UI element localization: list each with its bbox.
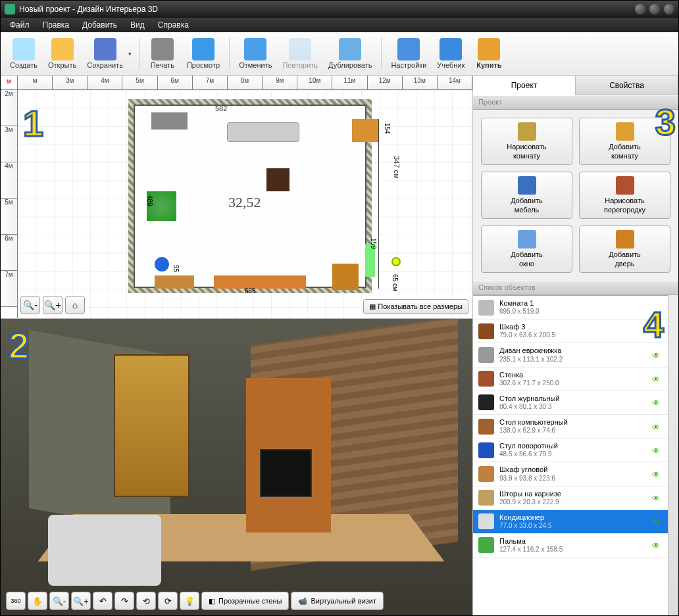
visibility-icon[interactable]: 👁 [652,423,663,431]
redo-view-button[interactable]: ⟳ [158,592,178,610]
selection-handle[interactable] [391,257,401,266]
tab-project[interactable]: Проект [473,76,576,95]
right-panel: Проект Свойства Проект 3 Нарисоватькомна… [473,76,678,615]
object-icon [478,419,494,435]
menu-Справка[interactable]: Справка [151,19,195,31]
rotate360-button[interactable]: 360 [6,592,26,610]
toolbar-print-button[interactable]: Печать [143,37,182,70]
panel-tabs: Проект Свойства [473,76,678,95]
visibility-icon[interactable]: 👁 [652,494,663,502]
ruler-mark: 13м [403,76,438,89]
visibility-icon[interactable]: 👁 [652,398,663,406]
chair-2d[interactable] [155,257,169,272]
dim-seg1: 154 [384,123,391,134]
visibility-icon[interactable]: 👁 [652,446,663,454]
visibility-icon[interactable]: 👁 [652,541,663,549]
object-item[interactable]: Стенка302.6 x 71.7 x 250.0👁 [473,367,668,391]
corner-cab-2d[interactable] [332,264,359,290]
minimize-button[interactable] [635,4,645,14]
toolbar-open-button[interactable]: Открыть [43,37,82,70]
ruler-mark: 14м [438,76,472,89]
toolbar-help-button[interactable]: Учебник [432,37,470,70]
wardrobe-2d[interactable] [151,112,188,130]
toolbar-preview-button[interactable]: Просмотр [182,37,225,70]
toolbar-redo-button[interactable]: Повторить [277,37,323,70]
object-text: Шторы на карнизе200.9 x 20.3 x 222.9 [499,490,647,506]
zoom-in-3d-button[interactable]: 🔍+ [71,592,91,610]
panel-Добавить-окно-button[interactable]: Добавитьокно [481,225,572,273]
plan-canvas[interactable]: 582 347 см 154 159 65 см 489 95 665 32,5… [18,90,472,318]
buy-icon [478,38,500,60]
object-name: Шторы на карнизе [499,490,647,498]
zoom-out-3d-button[interactable]: 🔍- [49,592,69,610]
rotate-left-button[interactable]: ↶ [93,592,113,610]
toolbar-settings-button[interactable]: Настройки [386,37,432,70]
zoom-in-button[interactable]: 🔍+ [43,296,63,314]
close-button[interactable] [664,4,674,14]
menu-Файл[interactable]: Файл [3,19,36,31]
coffee-table-2d[interactable] [266,168,289,191]
pan-button[interactable]: ✋ [28,592,47,610]
object-item[interactable]: Шкаф 379.0 x 63.6 x 200.5 [473,320,668,343]
menu-Правка[interactable]: Правка [36,19,76,31]
object-item[interactable]: Стул поворотный48.5 x 56.6 x 79.9👁 [473,438,668,462]
panel-Добавить-мебель-button[interactable]: Добавитьмебель [481,172,572,219]
sofa-2d[interactable] [227,122,299,142]
virtual-visit-button[interactable]: 📹 Виртуальный визит [291,592,384,610]
visibility-icon[interactable]: 👁 [652,470,663,478]
object-item[interactable]: Шкаф угловой93.9 x 93.8 x 223.6👁 [473,462,668,486]
visibility-icon[interactable]: 👁 [652,351,663,359]
menu-Вид[interactable]: Вид [124,19,151,31]
object-list[interactable]: Комната 1695.0 x 519.0Шкаф 379.0 x 63.6 … [473,295,668,615]
zoom-out-button[interactable]: 🔍- [20,296,40,314]
maximize-button[interactable] [649,4,660,14]
toolbar-undo-button[interactable]: Отменить [234,37,277,70]
visibility-icon[interactable]: 👁 [652,517,663,525]
separator [229,38,230,70]
panel-Нарисовать-перегородку-button[interactable]: Нарисоватьперегородку [579,172,670,219]
object-dims: 138.0 x 62.9 x 74.6 [499,427,647,435]
toolbar-new-button[interactable]: Создать [5,37,43,70]
dim-seg5: 95 [172,265,180,272]
object-item[interactable]: Шторы на карнизе200.9 x 20.3 x 222.9👁 [473,486,668,510]
sofa-bottom-2d[interactable] [214,275,306,289]
toolbar-dup-button[interactable]: Дублировать [323,37,377,70]
visibility-icon[interactable]: 👁 [652,375,663,383]
dropdown-arrow[interactable]: ▾ [128,51,135,57]
transparent-walls-button[interactable]: ◧ Прозрачные стены [201,592,289,610]
object-item[interactable]: Стол журнальный80.4 x 80.1 x 30.3👁 [473,391,668,415]
object-name: Стул поворотный [499,442,647,450]
object-item[interactable]: Комната 1695.0 x 519.0 [473,296,668,320]
object-icon [478,466,494,482]
plan-2d-view[interactable]: м м3м4м5м6м7м8м9м10м11м12м13м14м 2м3м4м5… [1,76,472,319]
tab-properties[interactable]: Свойства [576,76,678,95]
rotate-right-button[interactable]: ↷ [114,592,134,610]
object-dims: 127.4 x 116.2 x 158.5 [499,546,647,554]
ruler-mark: 5м [122,76,157,89]
light-button[interactable]: 💡 [180,592,199,610]
panel-label: Добавитьмебель [511,197,543,214]
object-item[interactable]: Стол компьютерный138.0 x 62.9 x 74.6👁 [473,415,668,438]
scrollbar[interactable] [668,295,678,615]
panel-Нарисовать-комнату-button[interactable]: Нарисоватькомнату [481,118,572,165]
toolbar-buy-button[interactable]: Купить [470,37,508,70]
tv-unit-2d[interactable] [352,119,378,142]
panel-Добавить-дверь-button[interactable]: Добавитьдверь [579,225,670,273]
grid-icon: ▦ [369,302,378,310]
curtain-3d [114,354,189,496]
view-3d[interactable]: 2 360 ✋ 🔍- 🔍+ ↶ ↷ ⟲ ⟳ 💡 ◧ Прозрачные сте… [1,319,472,615]
home-button[interactable]: ⌂ [65,296,85,314]
object-item[interactable]: Кондиционер77.0 x 33.0 x 24.5👁 [473,510,668,534]
menu-Добавить[interactable]: Добавить [76,19,124,31]
toolbar-save-button[interactable]: Сохранить [82,37,128,70]
undo-view-button[interactable]: ⟲ [136,592,156,610]
separator [381,38,382,70]
ruler-mark: 5м [1,199,17,235]
new-icon [13,38,35,60]
object-item[interactable]: Пальма127.4 x 116.2 x 158.5👁 [473,534,668,557]
show-all-dimensions-button[interactable]: ▦ Показывать все размеры [363,299,468,314]
object-item[interactable]: Диван еврокнижка235.1 x 113.1 x 102.2👁 [473,343,668,367]
section-objects-header: Список объектов [473,281,678,295]
desk-2d[interactable] [155,275,194,289]
ruler-mark: 11м [332,76,367,89]
